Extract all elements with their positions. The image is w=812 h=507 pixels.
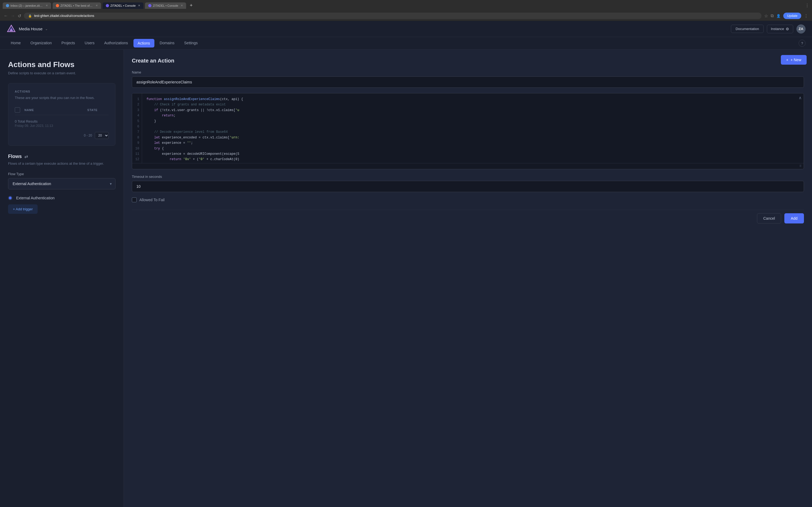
add-trigger-button[interactable]: + Add trigger <box>8 205 38 214</box>
left-panel: Actions and Flows Define scripts to exec… <box>0 50 123 507</box>
col-name-header: NAME <box>24 108 87 112</box>
page-info: 0 - 20 <box>84 133 92 137</box>
name-field-label: Name <box>132 70 804 74</box>
code-content[interactable]: function assignRoleAndExperienceClaims(c… <box>142 93 804 163</box>
nav-bar: Inbox (2) – janedoe.zitadel@gm... ✕ ZITA… <box>0 0 812 11</box>
line-numbers: 12345 678910 1112131415 161718 <box>132 93 142 163</box>
instance-button[interactable]: Instance ⚙ <box>767 25 793 33</box>
tab-zitadel-auth-label: ZITADEL • The best of Auth0 a... <box>60 4 93 7</box>
timeout-input[interactable] <box>132 181 804 192</box>
allowed-to-fail-checkbox[interactable] <box>132 198 137 202</box>
page-content: Actions and Flows Define scripts to exec… <box>0 50 812 507</box>
allowed-to-fail-row: Allowed To Fail <box>132 198 804 202</box>
table-select-all-checkbox[interactable] <box>15 107 20 113</box>
timeout-label: Timeout in seconds <box>132 175 804 179</box>
documentation-button[interactable]: Documentation <box>731 25 763 33</box>
tab-zitadel-auth-close[interactable]: ✕ <box>96 4 98 7</box>
header-actions: Documentation Instance ⚙ ZA <box>731 24 806 34</box>
nav-item-projects[interactable]: Projects <box>57 37 80 49</box>
tab-console2-close[interactable]: ✕ <box>181 4 183 7</box>
pagination-row: 0 - 20 20 50 <box>15 132 109 139</box>
code-editor-wrapper: ∧ 12345 678910 1112131415 161718 functio… <box>132 93 804 169</box>
actions-card: ACTIONS These are your scripts that you … <box>8 83 115 146</box>
address-bar-row: ← → ↺ 🔒 test-ghlwrr.zitadel.cloud/ui/con… <box>0 11 812 21</box>
flows-section: Flows ⇄ Flows of a certain type execute … <box>8 154 115 214</box>
nav-item-domains[interactable]: Domains <box>155 37 179 49</box>
tab-console2[interactable]: ZITADEL • Console ✕ <box>145 2 186 9</box>
update-button[interactable]: Update <box>783 13 801 19</box>
gear-icon: ⚙ <box>786 27 789 31</box>
tab-gmail-label: Inbox (2) – janedoe.zitadel@gm... <box>10 4 43 7</box>
reload-button[interactable]: ↺ <box>18 13 21 18</box>
page-title: Actions and Flows <box>8 60 115 69</box>
page-subtitle: Define scripts to execute on a certain e… <box>8 71 115 75</box>
nav-item-users[interactable]: Users <box>80 37 99 49</box>
nav-item-organization[interactable]: Organization <box>26 37 56 49</box>
browser-kebab-menu[interactable]: ⋮ <box>804 13 808 18</box>
add-button[interactable]: Add <box>784 213 804 223</box>
nav-item-settings[interactable]: Settings <box>180 37 202 49</box>
nav-item-authorizations[interactable]: Authorizations <box>100 37 133 49</box>
actions-description: These are your scripts that you can run … <box>15 96 109 100</box>
right-panel: + + New Create an Action Name ∧ 12345 67… <box>123 50 812 507</box>
tab-gmail-close[interactable]: ✕ <box>46 4 48 7</box>
bookmark-button[interactable]: ☆ <box>764 13 768 18</box>
create-action-panel: Create an Action Name ∧ 12345 678910 111… <box>132 58 804 223</box>
flow-type-label: Flow Type <box>8 172 115 176</box>
avatar[interactable]: ZA <box>797 24 806 34</box>
flow-type-select-wrapper: External Authentication ▾ <box>8 178 115 189</box>
panel-title: Create an Action <box>132 58 804 64</box>
allowed-to-fail-label: Allowed To Fail <box>139 198 165 202</box>
code-resize-handle[interactable]: ⠿ <box>132 163 804 169</box>
instance-label: Instance <box>771 27 784 31</box>
flow-trigger-label: External Authentication <box>16 196 54 200</box>
incognito-button[interactable]: 👤 <box>776 14 780 18</box>
name-input[interactable] <box>132 76 804 88</box>
flow-type-select[interactable]: External Authentication <box>8 178 115 189</box>
app-header: Media House ⌄ Documentation Instance ⚙ Z… <box>0 21 812 37</box>
tab-console2-label: ZITADEL • Console <box>153 4 178 7</box>
page-size-select[interactable]: 20 50 <box>95 132 109 139</box>
code-editor: ∧ 12345 678910 1112131415 161718 functio… <box>132 93 804 169</box>
logo-area: Media House ⌄ <box>6 24 48 34</box>
new-button-label: + New <box>791 58 801 62</box>
code-body: 12345 678910 1112131415 161718 function … <box>132 93 804 163</box>
org-chevron-icon[interactable]: ⌄ <box>45 27 48 31</box>
cancel-button[interactable]: Cancel <box>757 213 781 223</box>
extensions-button[interactable]: ⧉ <box>771 13 774 18</box>
tab-zitadel-auth[interactable]: ZITADEL • The best of Auth0 a... ✕ <box>53 2 101 9</box>
lock-icon: 🔒 <box>28 14 32 18</box>
code-collapse-button[interactable]: ∧ <box>799 95 802 100</box>
actions-section-label: ACTIONS <box>15 90 109 93</box>
new-tab-button[interactable]: + <box>188 2 195 9</box>
plus-icon: + <box>786 58 789 62</box>
flows-description: Flows of a certain type execute actions … <box>8 162 115 166</box>
help-button[interactable]: ? <box>799 40 806 47</box>
browser-menu-button[interactable]: ⋮ <box>805 3 809 8</box>
flows-title: Flows <box>8 154 22 159</box>
results-date: Friday 09. Jun 2023, 11:13 <box>15 124 109 128</box>
new-action-button[interactable]: + + New <box>781 55 807 65</box>
flows-title-row: Flows ⇄ <box>8 154 115 159</box>
nav-item-home[interactable]: Home <box>6 37 25 49</box>
nav-item-actions[interactable]: Actions <box>134 39 154 48</box>
tab-console-active[interactable]: ZITADEL • Console ✕ <box>103 2 143 9</box>
address-bar[interactable]: 🔒 test-ghlwrr.zitadel.cloud/ui/console/a… <box>24 13 762 19</box>
form-actions: Cancel Add <box>132 210 804 223</box>
nav-bar-app: Home Organization Projects Users Authori… <box>0 37 812 50</box>
org-name: Media House <box>19 26 42 31</box>
col-state-header: STATE <box>87 108 109 112</box>
tab-gmail[interactable]: Inbox (2) – janedoe.zitadel@gm... ✕ <box>3 2 51 9</box>
forward-button[interactable]: → <box>11 13 15 18</box>
table-header: NAME STATE <box>15 105 109 115</box>
address-text: test-ghlwrr.zitadel.cloud/ui/console/act… <box>34 14 94 18</box>
results-info: 0 Total Results Friday 09. Jun 2023, 11:… <box>15 119 109 128</box>
tab-console-active-close[interactable]: ✕ <box>138 4 140 7</box>
zitadel-logo <box>6 24 16 34</box>
flow-trigger-row: External Authentication <box>8 196 115 200</box>
flows-exchange-icon: ⇄ <box>24 154 28 159</box>
back-button[interactable]: ← <box>4 13 8 18</box>
results-count: 0 Total Results <box>15 119 109 123</box>
flow-dot <box>8 196 12 200</box>
tab-console-active-label: ZITADEL • Console <box>110 4 136 7</box>
